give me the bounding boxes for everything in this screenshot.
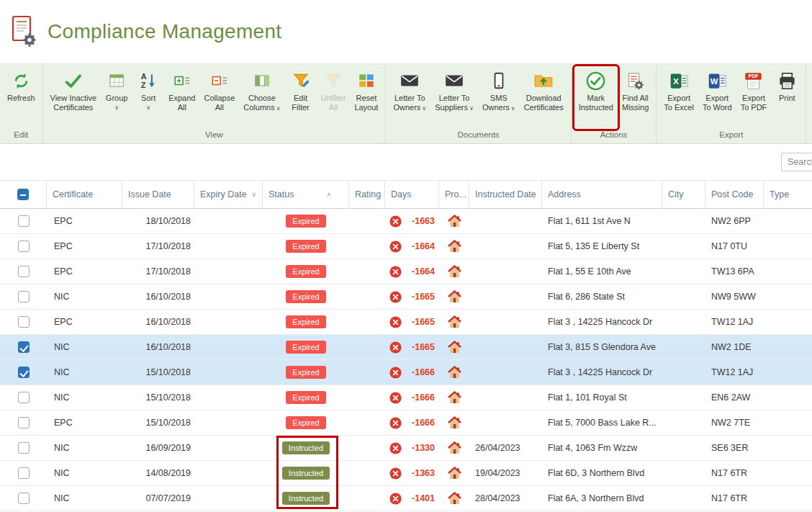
table-row[interactable]: NIC07/07/2019Instructed-140128/04/2023Fl… (0, 486, 812, 511)
filter-dropdown-icon[interactable]: ∨ (251, 191, 256, 198)
column-header-post_code[interactable]: Post Code (705, 181, 764, 208)
house-icon[interactable] (448, 315, 461, 328)
row-checkbox[interactable] (18, 341, 30, 353)
sms-owners-button[interactable]: SMSOwners∨ (478, 66, 520, 129)
cell-issue_date: 15/10/2018 (122, 385, 194, 410)
cell-status: Expired (263, 360, 349, 385)
print-button[interactable]: Print (771, 66, 803, 129)
edit-filter-button[interactable]: EditFilter (285, 66, 317, 129)
refresh-button[interactable]: Refresh (3, 66, 40, 129)
column-header-status[interactable]: Status∧ (263, 181, 349, 208)
column-header-certificate[interactable]: Certificate (47, 181, 122, 208)
letter-to-owners-button[interactable]: Letter ToOwners∨ (389, 66, 430, 129)
choose-columns-button[interactable]: ChooseColumns∨ (239, 66, 284, 129)
house-icon[interactable] (448, 492, 461, 505)
house-icon[interactable] (448, 391, 461, 404)
row-checkbox[interactable] (18, 316, 30, 328)
days-value: -1664 (412, 241, 435, 251)
table-row[interactable]: NIC15/10/2018Expired-1666Flat 1, 101 Roy… (0, 385, 812, 410)
cell-rating (349, 209, 385, 233)
letter-to-suppliers-button[interactable]: Letter ToSuppliers∨ (430, 66, 478, 129)
sms-icon (490, 70, 508, 91)
column-header-property[interactable]: Pro... (439, 181, 469, 208)
row-checkbox[interactable] (18, 291, 30, 302)
cell-instructed_date: 26/04/2023 (469, 436, 542, 460)
search-input[interactable] (781, 153, 812, 171)
column-header-city[interactable]: City (662, 181, 705, 208)
view-inactive-certificates-button[interactable]: View InactiveCertificates (46, 66, 102, 129)
export-to-pdf-button[interactable]: PDFExportTo PDF (736, 66, 772, 129)
table-row[interactable]: NIC15/10/2018Expired-1666Flat 3 , 14225 … (0, 360, 812, 385)
cell-expiry_date (194, 284, 263, 309)
cell-expiry_date (194, 259, 263, 284)
cell-address: Flat 1, 55 E 10th Ave (542, 259, 662, 284)
reset-layout-button[interactable]: ResetLayout (350, 66, 382, 129)
table-row[interactable]: NIC16/10/2018Expired-1665Flat 6, 286 Sta… (0, 284, 812, 310)
print-icon (777, 70, 797, 91)
export-to-word-button[interactable]: WExportTo Word (698, 66, 736, 129)
button-label: MarkInstructed (579, 94, 613, 112)
column-header-rating[interactable]: Rating (349, 181, 385, 208)
house-icon[interactable] (448, 341, 461, 354)
row-checkbox[interactable] (18, 266, 30, 277)
house-icon[interactable] (448, 265, 461, 278)
house-icon[interactable] (448, 215, 461, 228)
table-row[interactable]: EPC17/10/2018Expired-1664Flat 5, 135 E L… (0, 234, 812, 259)
error-icon (389, 341, 402, 354)
table-row[interactable]: EPC16/10/2018Expired-1665Flat 3 , 14225 … (0, 310, 812, 335)
unfilter-all-button[interactable]: UnfilterAll (317, 66, 351, 129)
mark-instructed-button[interactable]: MarkInstructed (574, 66, 618, 129)
column-header-address[interactable]: Address (542, 181, 662, 208)
row-checkbox[interactable] (18, 367, 30, 378)
row-checkbox[interactable] (18, 392, 30, 403)
sort-az-icon: AZ (139, 70, 158, 91)
select-all-header-cell[interactable] (0, 181, 47, 208)
row-checkbox[interactable] (18, 493, 30, 504)
find-all-missing-button[interactable]: Find AllMissing (618, 66, 653, 129)
button-label: ExportTo PDF (741, 94, 767, 112)
cell-expiry_date (194, 310, 263, 334)
column-header-days[interactable]: Days (385, 181, 439, 208)
refresh-icon (12, 70, 31, 91)
house-icon[interactable] (448, 467, 461, 480)
svg-text:A: A (141, 72, 147, 81)
button-label: Sort (141, 94, 155, 103)
column-header-issue_date[interactable]: Issue Date (122, 181, 194, 208)
column-header-label: Pro... (445, 189, 466, 199)
error-icon (389, 215, 402, 228)
export-to-excel-button[interactable]: XExportTo Excel (659, 66, 698, 129)
row-checkbox[interactable] (18, 467, 30, 479)
house-icon[interactable] (448, 416, 461, 429)
table-row[interactable]: EPC15/10/2018Expired-1666Flat 5, 7000 Ba… (0, 410, 812, 436)
column-header-instructed_date[interactable]: Instructed Date (469, 181, 542, 208)
cell-select (0, 310, 47, 334)
house-icon[interactable] (448, 240, 461, 253)
collapse-all-button[interactable]: CollapseAll (199, 66, 239, 129)
row-checkbox[interactable] (18, 417, 30, 428)
cell-type (764, 486, 812, 511)
table-row[interactable]: EPC18/10/2018Expired-1663Flat 1, 611 1st… (0, 209, 812, 234)
cell-days: -1666 (385, 360, 439, 385)
cell-address: Flat 5, 7000 Bass Lake R... (542, 410, 662, 435)
row-checkbox[interactable] (18, 241, 30, 252)
cell-post_code: EN6 2AW (705, 385, 764, 410)
row-checkbox[interactable] (18, 215, 30, 227)
house-icon[interactable] (448, 366, 461, 379)
status-badge: Expired (286, 290, 325, 303)
house-icon[interactable] (448, 441, 461, 454)
table-row[interactable]: NIC14/08/2019Instructed-136319/04/2023Fl… (0, 461, 812, 486)
table-row[interactable]: EPC17/10/2018Expired-1664Flat 1, 55 E 10… (0, 259, 812, 284)
expand-all-button[interactable]: ExpandAll (164, 66, 199, 129)
select-all-checkbox[interactable] (17, 189, 29, 200)
column-header-type[interactable]: Type (764, 181, 812, 208)
sort-button[interactable]: AZSort∨ (132, 66, 164, 129)
column-header-expiry_date[interactable]: Expiry Date∨ (194, 181, 263, 208)
table-row[interactable]: NIC16/10/2018Expired-1665Flat 3, 815 S G… (0, 335, 812, 360)
cell-address: Flat 6, 286 State St (542, 284, 662, 309)
download-certificates-button[interactable]: DownloadCertificates (520, 66, 568, 129)
row-checkbox[interactable] (18, 442, 30, 454)
table-row[interactable]: NIC16/09/2019Instructed-133026/04/2023Fl… (0, 436, 812, 461)
ribbon-group-label: Export (658, 129, 804, 143)
house-icon[interactable] (448, 290, 461, 303)
group-button[interactable]: Group∨ (101, 66, 132, 129)
